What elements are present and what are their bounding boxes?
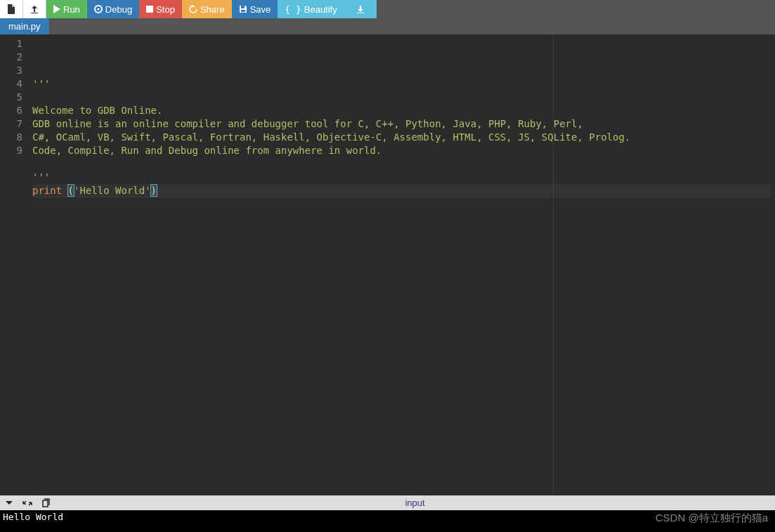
console-text: Hello World bbox=[3, 512, 63, 522]
stop-icon bbox=[146, 6, 153, 13]
line-number: 9 bbox=[3, 144, 22, 157]
svg-rect-4 bbox=[241, 10, 245, 12]
svg-rect-5 bbox=[43, 500, 48, 507]
tab-label: main.py bbox=[8, 21, 41, 32]
input-label[interactable]: input bbox=[405, 498, 424, 508]
share-button[interactable]: Share bbox=[182, 0, 232, 18]
line-number: 8 bbox=[3, 131, 22, 144]
line-gutter: 123456789 bbox=[0, 34, 28, 495]
code-line[interactable]: ''' bbox=[32, 77, 771, 91]
console-output[interactable]: Hello World bbox=[0, 510, 775, 532]
line-number: 6 bbox=[3, 104, 22, 117]
file-icon bbox=[7, 4, 15, 14]
copy-output-button[interactable] bbox=[41, 498, 51, 508]
line-number: 4 bbox=[3, 77, 22, 91]
run-label: Run bbox=[63, 4, 80, 15]
debug-label: Debug bbox=[105, 4, 132, 15]
share-icon bbox=[189, 5, 197, 13]
code-area[interactable]: '''Welcome to GDB Online.GDB online is a… bbox=[28, 34, 775, 495]
line-number: 3 bbox=[3, 64, 22, 77]
code-editor[interactable]: 123456789 '''Welcome to GDB Online.GDB o… bbox=[0, 34, 775, 495]
upload-file-button[interactable] bbox=[23, 0, 46, 18]
beautify-button[interactable]: { } Beautify bbox=[278, 0, 344, 18]
code-line[interactable]: Code, Compile, Run and Debug online from… bbox=[32, 144, 771, 157]
beautify-icon: { } bbox=[285, 4, 301, 15]
save-icon bbox=[239, 5, 247, 13]
code-line[interactable]: ''' bbox=[32, 171, 771, 184]
collapse-console-button[interactable] bbox=[4, 500, 14, 507]
run-button[interactable]: Run bbox=[46, 0, 87, 18]
tab-main[interactable]: main.py bbox=[0, 18, 49, 34]
line-number: 1 bbox=[3, 37, 22, 51]
code-line[interactable] bbox=[32, 91, 771, 104]
stop-label: Stop bbox=[156, 4, 175, 15]
save-label: Save bbox=[250, 4, 271, 15]
code-line[interactable] bbox=[32, 157, 771, 171]
svg-rect-3 bbox=[241, 6, 245, 8]
console-toolbar: input bbox=[0, 495, 775, 510]
beautify-label: Beautify bbox=[304, 4, 337, 15]
expand-console-button[interactable] bbox=[22, 498, 32, 508]
save-button[interactable]: Save bbox=[232, 0, 278, 18]
share-label: Share bbox=[200, 4, 225, 15]
debug-button[interactable]: Debug bbox=[87, 0, 139, 18]
tab-bar: main.py bbox=[0, 18, 775, 34]
download-icon bbox=[356, 4, 365, 14]
code-line[interactable]: C#, OCaml, VB, Swift, Pascal, Fortran, H… bbox=[32, 131, 771, 144]
download-button[interactable] bbox=[344, 0, 377, 18]
upload-icon bbox=[30, 4, 39, 14]
svg-rect-2 bbox=[146, 6, 153, 13]
line-number: 7 bbox=[3, 117, 22, 131]
code-line[interactable]: Welcome to GDB Online. bbox=[32, 104, 771, 117]
new-file-button[interactable] bbox=[0, 0, 23, 18]
print-margin bbox=[553, 34, 554, 495]
line-number: 2 bbox=[3, 51, 22, 64]
toolbar: Run Debug Stop Share Save { } Beautify bbox=[0, 0, 775, 18]
stop-button[interactable]: Stop bbox=[139, 0, 182, 18]
line-number: 5 bbox=[3, 91, 22, 104]
svg-point-1 bbox=[97, 8, 99, 11]
debug-icon bbox=[94, 5, 103, 13]
play-icon bbox=[53, 5, 60, 13]
code-line[interactable]: GDB online is an online compiler and deb… bbox=[32, 117, 771, 131]
code-line[interactable]: print ('Hello World') bbox=[32, 184, 771, 197]
